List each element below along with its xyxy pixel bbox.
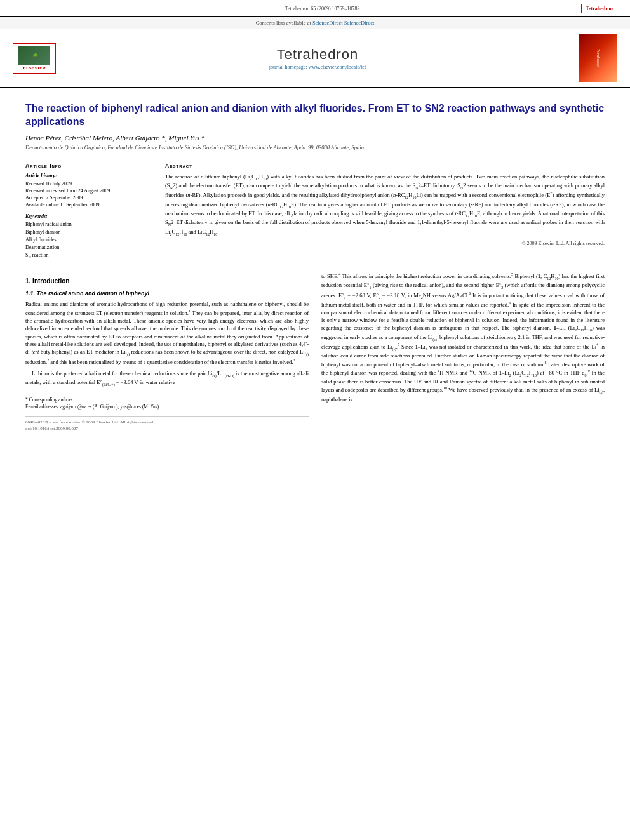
footer-doi: doi:10.1016/j.tet.2009.09.027 [25, 425, 309, 432]
revised-date: Received in revised form 24 August 2009 [25, 187, 152, 194]
footer-issn: 0040-4020/$ – see front matter © 2009 El… [25, 419, 309, 425]
article-title: The reaction of biphenyl radical anion a… [25, 102, 605, 129]
affiliation: Departamento de Química Orgánica, Facult… [25, 144, 605, 150]
elsevier-label: ELSEVIER [23, 65, 45, 70]
article-content: The reaction of biphenyl radical anion a… [0, 88, 630, 438]
keywords-section: Keywords: Biphenyl radical anion Bipheny… [25, 213, 152, 260]
sciencedirect-banner: Contents lists available at ScienceDirec… [0, 17, 630, 29]
banner-text: Contents lists available at [256, 20, 311, 26]
keyword-4: Dearomatization [25, 244, 152, 251]
available-date: Available online 11 September 2009 [25, 201, 152, 208]
body-left-column: 1. Introduction 1.1. The radical anion a… [25, 272, 309, 432]
footer-bar: 0040-4020/$ – see front matter © 2009 El… [25, 416, 309, 432]
body-right-paragraph-1: to SHE.4 This allows in principle the hi… [321, 272, 605, 403]
elsevier-logo: 🌳 ELSEVIER [13, 43, 56, 74]
keyword-5: SN reaction [25, 251, 152, 260]
journal-homepage: journal homepage: www.elsevier.com/locat… [69, 64, 566, 70]
abstract-heading: Abstract [165, 163, 605, 169]
subsection-1-1-heading-text: 1.1. The radical anion and dianion of bi… [25, 290, 149, 297]
body-paragraph-2: Lithium is the preferred alkali metal fo… [25, 369, 309, 388]
footnote-email: E-mail addresses: aguijarro@ua.es (A. Gu… [25, 404, 309, 411]
journal-reference: Tetrahedron 65 (2009) 10769–10783 [64, 6, 581, 11]
journal-title: Tetrahedron [69, 46, 566, 63]
keyword-3: Alkyl fluorides [25, 236, 152, 244]
info-abstract-section: Article Info Article history: Received 1… [25, 157, 605, 265]
abstract-text: The reaction of dilithium biphenyl (Li2C… [165, 173, 605, 237]
keyword-2: Biphenyl dianion [25, 229, 152, 236]
keyword-1: Biphenyl radical anion [25, 221, 152, 229]
article-info-heading: Article Info [25, 163, 152, 169]
section-1-heading: 1. Introduction [25, 277, 309, 286]
article-history-section: Article history: Received 16 July 2009 R… [25, 173, 152, 209]
article-info-column: Article Info Article history: Received 1… [25, 163, 152, 265]
footnote-star: * Corresponding authors. [25, 397, 309, 404]
article-title-text: The reaction of biphenyl radical anion a… [25, 103, 604, 127]
journal-name-center: Tetrahedron journal homepage: www.elsevi… [69, 46, 566, 70]
accepted-date: Accepted 7 September 2009 [25, 194, 152, 201]
authors-line: Henoc Pérez, Cristóbal Melero, Albert Gu… [25, 134, 605, 142]
affiliation-text: Departamento de Química Orgánica, Facult… [25, 144, 364, 150]
body-right-column: to SHE.4 This allows in principle the hi… [321, 272, 605, 432]
journal-title-block: 🌳 ELSEVIER Tetrahedron journal homepage:… [0, 29, 630, 88]
abstract-column: Abstract The reaction of dilithium biphe… [165, 163, 605, 265]
copyright-notice: © 2009 Elsevier Ltd. All rights reserved… [165, 241, 605, 246]
history-heading: Article history: [25, 173, 152, 178]
subsection-1-1-heading: 1.1. The radical anion and dianion of bi… [25, 290, 309, 298]
body-section: 1. Introduction 1.1. The radical anion a… [25, 272, 605, 432]
journal-header: Tetrahedron 65 (2009) 10769–10783 Tetrah… [0, 0, 630, 17]
authors-text: Henoc Pérez, Cristóbal Melero, Albert Gu… [25, 134, 204, 142]
sciencedirect-link-text: ScienceDirect [344, 20, 375, 26]
section-1-heading-text: 1. Introduction [25, 277, 69, 284]
keywords-heading: Keywords: [25, 213, 152, 219]
keywords-list: Biphenyl radical anion Biphenyl dianion … [25, 221, 152, 260]
sciencedirect-link[interactable]: ScienceDirect [312, 20, 343, 26]
received-date: Received 16 July 2009 [25, 180, 152, 187]
footnote-section: * Corresponding authors. E-mail addresse… [25, 394, 309, 411]
journal-logo-top: Tetrahedron [581, 4, 617, 13]
body-paragraph-1: Radical anions and dianions of aromatic … [25, 300, 309, 365]
journal-cover-image: Tetrahedron [579, 34, 617, 82]
